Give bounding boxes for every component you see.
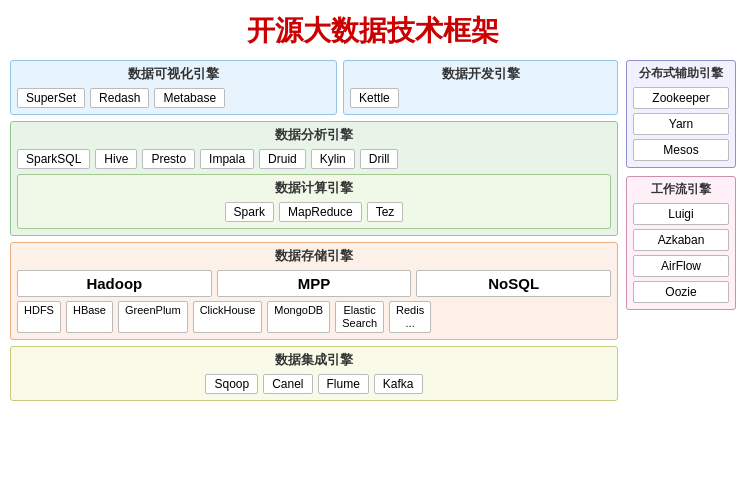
- list-item: Hadoop: [17, 270, 212, 297]
- list-item: Luigi: [633, 203, 729, 225]
- dev-engine-section: 数据开发引擎 Kettle: [343, 60, 618, 115]
- list-item: Tez: [367, 202, 404, 222]
- list-item: NoSQL: [416, 270, 611, 297]
- list-item: Canel: [263, 374, 312, 394]
- storage-engine-section: 数据存储引擎 Hadoop MPP NoSQL HDFS HBase Green…: [10, 242, 618, 340]
- list-item: Drill: [360, 149, 399, 169]
- list-item: Redis...: [389, 301, 431, 333]
- viz-engine-section: 数据可视化引擎 SuperSet Redash Metabase: [10, 60, 337, 115]
- list-item: Presto: [142, 149, 195, 169]
- compute-engine-section: 数据计算引擎 Spark MapReduce Tez: [17, 174, 611, 229]
- integration-engine-title: 数据集成引擎: [17, 351, 611, 369]
- list-item: Yarn: [633, 113, 729, 135]
- list-item: Kafka: [374, 374, 423, 394]
- list-item: Azkaban: [633, 229, 729, 251]
- list-item: Kettle: [350, 88, 399, 108]
- list-item: Impala: [200, 149, 254, 169]
- list-item: Zookeeper: [633, 87, 729, 109]
- list-item: MapReduce: [279, 202, 362, 222]
- storage-engine-title: 数据存储引擎: [17, 247, 611, 265]
- viz-engine-title: 数据可视化引擎: [17, 65, 330, 83]
- distributed-engine-section: 分布式辅助引擎 Zookeeper Yarn Mesos: [626, 60, 736, 168]
- workflow-engine-section: 工作流引擎 Luigi Azkaban AirFlow Oozie: [626, 176, 736, 310]
- list-item: ClickHouse: [193, 301, 263, 333]
- list-item: Metabase: [154, 88, 225, 108]
- list-item: SparkSQL: [17, 149, 90, 169]
- analysis-engine-section: 数据分析引擎 SparkSQL Hive Presto Impala Druid…: [10, 121, 618, 236]
- list-item: MongoDB: [267, 301, 330, 333]
- elastic-search-item: ElasticSearch: [335, 301, 384, 333]
- compute-engine-title: 数据计算引擎: [24, 179, 604, 197]
- list-item: Kylin: [311, 149, 355, 169]
- list-item: Oozie: [633, 281, 729, 303]
- list-item: Druid: [259, 149, 306, 169]
- list-item: Mesos: [633, 139, 729, 161]
- analysis-engine-title: 数据分析引擎: [17, 126, 611, 144]
- page-title: 开源大数据技术框架: [0, 0, 746, 60]
- airflow-item: AirFlow: [633, 255, 729, 277]
- list-item: HDFS: [17, 301, 61, 333]
- distributed-engine-title: 分布式辅助引擎: [633, 65, 729, 82]
- list-item: Hive: [95, 149, 137, 169]
- list-item: HBase: [66, 301, 113, 333]
- workflow-engine-title: 工作流引擎: [633, 181, 729, 198]
- list-item: SuperSet: [17, 88, 85, 108]
- list-item: Sqoop: [205, 374, 258, 394]
- list-item: Redash: [90, 88, 149, 108]
- list-item: Flume: [318, 374, 369, 394]
- list-item: MPP: [217, 270, 412, 297]
- list-item: Spark: [225, 202, 274, 222]
- list-item: GreenPlum: [118, 301, 188, 333]
- integration-engine-section: 数据集成引擎 Sqoop Canel Flume Kafka: [10, 346, 618, 401]
- dev-engine-title: 数据开发引擎: [350, 65, 611, 83]
